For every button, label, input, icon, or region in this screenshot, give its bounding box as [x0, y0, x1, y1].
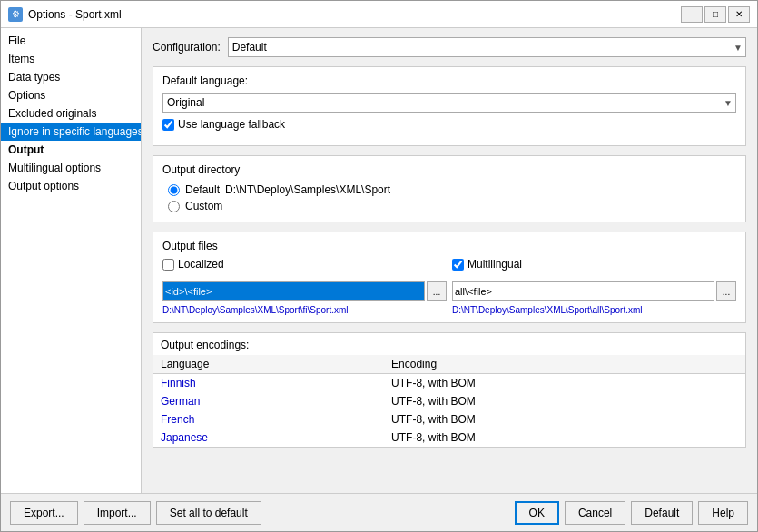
- output-directory-radio-group: Default D:\NT\Deploy\Samples\XML\Sport C…: [162, 182, 736, 214]
- output-encodings-section: Output encodings: Language Encoding Finn…: [153, 332, 746, 448]
- radio-custom[interactable]: [168, 201, 180, 212]
- table-row: GermanUTF-8, with BOM: [153, 392, 745, 410]
- output-files-section: Output files Localized <id>\<file> ...: [153, 232, 746, 323]
- set-all-to-default-button[interactable]: Set all to default: [156, 501, 261, 525]
- sidebar-item-output-options[interactable]: Output options: [1, 177, 141, 195]
- sidebar-item-items[interactable]: Items: [1, 50, 141, 68]
- app-icon: ⚙: [8, 7, 23, 22]
- sidebar-item-options[interactable]: Options: [1, 86, 141, 104]
- default-language-select[interactable]: Original: [162, 93, 736, 113]
- sidebar-item-ignore-in-specific-languages[interactable]: Ignore in specific languages: [1, 123, 141, 141]
- sidebar-item-excluded-originals[interactable]: Excluded originals: [1, 104, 141, 123]
- multilingual-col: Multilingual all\<file> ... D:\NT\Deploy…: [452, 258, 736, 315]
- default-button[interactable]: Default: [631, 501, 693, 525]
- use-language-fallback-label: Use language fallback: [178, 118, 285, 131]
- encoding-value: UTF-8, with BOM: [384, 410, 745, 429]
- export-button[interactable]: Export...: [10, 501, 78, 525]
- close-button[interactable]: ✕: [728, 6, 750, 23]
- encoding-language: Japanese: [153, 429, 384, 447]
- radio-default[interactable]: [168, 184, 180, 196]
- localized-checkbox-row: Localized: [162, 258, 447, 271]
- encodings-col-encoding: Encoding: [384, 355, 745, 374]
- default-language-section: Default language: Original ▼ Use languag…: [153, 66, 746, 146]
- default-language-label: Default language:: [162, 74, 736, 87]
- multilingual-pattern-select[interactable]: all\<file>: [452, 281, 714, 301]
- encodings-table: Language Encoding FinnishUTF-8, with BOM…: [153, 355, 745, 447]
- localized-controls: <id>\<file> ...: [162, 281, 447, 301]
- multilingual-path: D:\NT\Deploy\Samples\XML\Sport\all\Sport…: [452, 305, 736, 315]
- table-row: FrenchUTF-8, with BOM: [153, 410, 745, 429]
- radio-default-path: D:\NT\Deploy\Samples\XML\Sport: [225, 183, 390, 196]
- config-select[interactable]: Default: [228, 37, 746, 57]
- main-panel: Configuration: Default ▼ Default languag…: [142, 28, 757, 493]
- content-area: File Items Data types Options Excluded o…: [1, 28, 757, 493]
- config-row: Configuration: Default ▼: [153, 37, 746, 57]
- config-label: Configuration:: [153, 41, 221, 54]
- multilingual-controls: all\<file> ...: [452, 281, 736, 301]
- multilingual-checkbox[interactable]: [452, 259, 464, 271]
- localized-pattern-select[interactable]: <id>\<file>: [162, 281, 425, 301]
- radio-default-label: Default: [185, 183, 220, 196]
- window-title: Options - Sport.xml: [28, 8, 681, 21]
- sidebar-item-multilingual-options[interactable]: Multilingual options: [1, 159, 141, 177]
- title-bar: ⚙ Options - Sport.xml — □ ✕: [1, 1, 757, 28]
- default-language-select-wrapper: Original ▼: [162, 93, 736, 113]
- encoding-language: French: [153, 410, 384, 429]
- localized-col: Localized <id>\<file> ... D:\NT\Deploy\S…: [162, 258, 447, 315]
- output-directory-section: Output directory Default D:\NT\Deploy\Sa…: [153, 155, 746, 222]
- window: ⚙ Options - Sport.xml — □ ✕ File Items D…: [0, 0, 758, 532]
- import-button[interactable]: Import...: [84, 501, 151, 525]
- help-button[interactable]: Help: [698, 501, 748, 525]
- table-row: JapaneseUTF-8, with BOM: [153, 429, 745, 447]
- output-encodings-title: Output encodings:: [153, 333, 745, 355]
- encoding-value: UTF-8, with BOM: [384, 374, 745, 393]
- minimize-button[interactable]: —: [681, 6, 703, 23]
- radio-row-custom: Custom: [168, 200, 731, 212]
- output-directory-label: Output directory: [162, 163, 736, 176]
- sidebar-item-output[interactable]: Output: [1, 141, 141, 159]
- bottom-bar: Export... Import... Set all to default O…: [1, 493, 757, 531]
- window-controls: — □ ✕: [681, 6, 750, 23]
- config-select-wrapper: Default ▼: [228, 37, 746, 57]
- use-language-fallback-checkbox[interactable]: [162, 119, 174, 131]
- encoding-language: Finnish: [153, 374, 384, 393]
- output-files-title: Output files: [162, 240, 736, 252]
- cancel-button[interactable]: Cancel: [565, 501, 625, 525]
- multilingual-checkbox-row: Multilingual: [452, 258, 736, 271]
- ok-button[interactable]: OK: [515, 501, 559, 525]
- maximize-button[interactable]: □: [704, 6, 726, 23]
- multilingual-browse-button[interactable]: ...: [716, 281, 736, 301]
- localized-label: Localized: [178, 258, 224, 271]
- multilingual-label: Multilingual: [468, 258, 522, 271]
- sidebar: File Items Data types Options Excluded o…: [1, 28, 142, 493]
- output-files-grid: Localized <id>\<file> ... D:\NT\Deploy\S…: [162, 258, 736, 315]
- encodings-col-language: Language: [153, 355, 384, 374]
- table-row: FinnishUTF-8, with BOM: [153, 374, 745, 393]
- localized-browse-button[interactable]: ...: [427, 281, 447, 301]
- localized-path: D:\NT\Deploy\Samples\XML\Sport\fi\Sport.…: [162, 305, 447, 315]
- sidebar-item-data-types[interactable]: Data types: [1, 68, 141, 86]
- localized-checkbox[interactable]: [162, 259, 174, 271]
- radio-custom-label: Custom: [185, 200, 222, 212]
- encoding-value: UTF-8, with BOM: [384, 392, 745, 410]
- encoding-value: UTF-8, with BOM: [384, 429, 745, 447]
- radio-row-default: Default D:\NT\Deploy\Samples\XML\Sport: [168, 183, 731, 196]
- use-language-fallback-row: Use language fallback: [162, 118, 736, 131]
- sidebar-item-file[interactable]: File: [1, 32, 141, 50]
- encoding-language: German: [153, 392, 384, 410]
